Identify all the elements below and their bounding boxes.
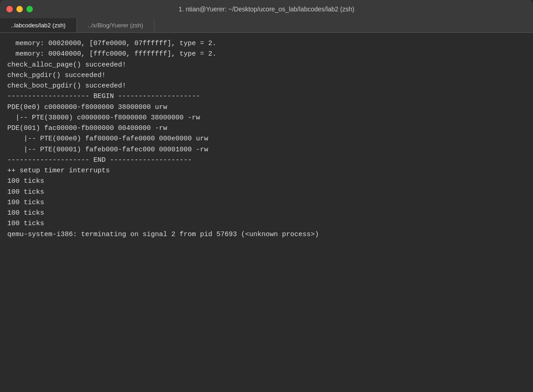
terminal-line: 100 ticks — [7, 208, 526, 218]
terminal-line: check_boot_pgdir() succeeded! — [7, 81, 526, 91]
terminal-content[interactable]: memory: 00020000, [07fe0000, 07ffffff], … — [0, 33, 533, 392]
terminal-line: qemu-system-i386: terminating on signal … — [7, 229, 526, 240]
terminal-line: PDE(0e0) c0000000-f8000000 38000000 urw — [7, 102, 526, 113]
terminal-line: 100 ticks — [7, 187, 526, 197]
terminal-line: PDE(001) fac00000-fb000000 00400000 -rw — [7, 123, 526, 134]
terminal-line: 100 ticks — [7, 218, 526, 229]
tab-lab2-label: ..labcodes/lab2 (zsh) — [11, 22, 66, 29]
tab-blog-label: ../x/Blog/Yuerer (zsh) — [88, 22, 143, 29]
terminal-line: check_alloc_page() succeeded! — [7, 60, 526, 70]
window-title: 1. ntian@Yuerer: ~/Desktop/ucore_os_lab/… — [179, 5, 354, 13]
terminal-line: -------------------- BEGIN -------------… — [7, 91, 526, 102]
terminal-line: check_pgdir() succeeded! — [7, 70, 526, 81]
terminal-line: |-- PTE(00001) fafeb000-fafec000 0000100… — [7, 144, 526, 155]
terminal-line: ++ setup timer interrupts — [7, 165, 526, 176]
tab-blog[interactable]: ../x/Blog/Yuerer (zsh) — [77, 18, 154, 32]
terminal-line: -------------------- END ---------------… — [7, 155, 526, 165]
terminal-line: 100 ticks — [7, 197, 526, 208]
tab-lab2[interactable]: ..labcodes/lab2 (zsh) — [0, 18, 77, 32]
title-bar: 1. ntian@Yuerer: ~/Desktop/ucore_os_lab/… — [0, 0, 533, 18]
terminal-line: memory: 00020000, [07fe0000, 07ffffff], … — [7, 38, 526, 49]
terminal-line: 100 ticks — [7, 176, 526, 186]
terminal-line: memory: 00040000, [fffc0000, ffffffff], … — [7, 49, 526, 59]
terminal-line: |-- PTE(000e0) faf00000-fafe0000 000e000… — [7, 134, 526, 144]
maximize-button[interactable] — [26, 6, 33, 12]
close-button[interactable] — [6, 6, 13, 12]
terminal-line: |-- PTE(38000) c0000000-f8000000 3800000… — [7, 113, 526, 123]
terminal-window: 1. ntian@Yuerer: ~/Desktop/ucore_os_lab/… — [0, 0, 533, 392]
tab-bar: ..labcodes/lab2 (zsh) ../x/Blog/Yuerer (… — [0, 18, 533, 33]
traffic-lights — [6, 6, 33, 12]
minimize-button[interactable] — [16, 6, 23, 12]
